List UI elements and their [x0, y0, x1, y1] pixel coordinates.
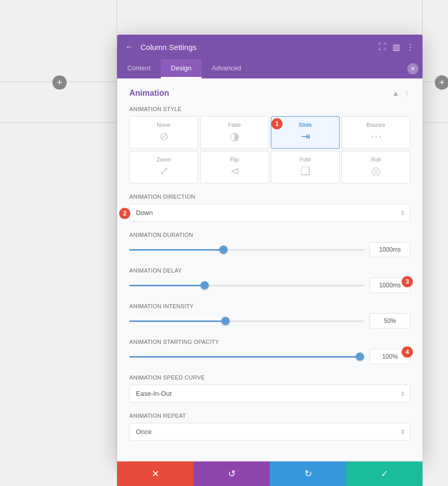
animation-delay-row: 1000ms [129, 278, 410, 293]
tab-bar: Content Design Advanced ✕ [117, 59, 423, 78]
speed-curve-select-wrapper: Ease Ease-In Ease-Out Ease-In-Out Linear… [129, 385, 410, 402]
anim-none[interactable]: None ⊘ [129, 116, 198, 149]
animation-style-field: Animation Style None ⊘ Fade ◑ Slide ⇥ Bo… [129, 106, 410, 183]
animation-intensity-slider-container[interactable] [129, 316, 365, 326]
tab-design[interactable]: Design [161, 59, 202, 78]
animation-intensity-value[interactable]: 50% [370, 313, 410, 329]
modal-title: Column Settings [141, 43, 197, 51]
animation-delay-label: Animation Delay [129, 267, 410, 274]
animation-opacity-slider-container[interactable] [129, 352, 365, 362]
animation-repeat-label: Animation Repeat [129, 413, 410, 419]
save-button[interactable]: ✓ [346, 462, 423, 486]
opacity-track [129, 356, 365, 358]
animation-intensity-field: Animation Intensity 50% [129, 303, 410, 329]
anim-bounce[interactable]: Bounce ⋯ [342, 116, 410, 149]
cancel-button[interactable]: ✕ [117, 462, 193, 486]
animation-repeat-select[interactable]: Once Loop Infinite [129, 423, 410, 441]
animation-delay-field: Animation Delay 1000ms [129, 267, 410, 293]
flip-icon: ⊲ [230, 165, 239, 178]
badge-2: 2 [119, 208, 130, 219]
animation-intensity-row: 50% [129, 313, 410, 329]
animation-direction-select-wrapper: Down Up Left Right Center ⇕ [129, 204, 410, 222]
badge-1: 1 [271, 118, 283, 129]
tab-content[interactable]: Content [117, 59, 161, 78]
intensity-track [129, 320, 365, 322]
collapse-icon[interactable]: ▲ [392, 89, 399, 97]
animation-repeat-field: Animation Repeat Once Loop Infinite ⇕ [129, 413, 410, 441]
none-icon: ⊘ [159, 130, 169, 143]
intensity-thumb[interactable] [221, 317, 230, 325]
more-icon[interactable]: ⋮ [406, 42, 414, 52]
fullscreen-icon[interactable]: ⛶ [378, 42, 386, 51]
section-controls: ▲ ⋮ [392, 89, 410, 97]
undo-button[interactable]: ↺ [193, 462, 270, 486]
tab-advanced[interactable]: Advanced [202, 59, 251, 78]
animation-duration-value[interactable]: 1000ms [370, 242, 410, 257]
duration-thumb[interactable] [219, 246, 228, 254]
intensity-fill [129, 320, 226, 322]
anim-fold[interactable]: Fold ❑ [271, 151, 340, 183]
anim-zoom[interactable]: Zoom ⤢ [129, 151, 198, 183]
animation-speed-curve-label: Animation Speed Curve [129, 374, 410, 381]
badge-4: 4 [402, 346, 413, 358]
animation-duration-row: 1000ms [129, 242, 410, 257]
animation-delay-slider-container[interactable] [129, 280, 365, 290]
animation-speed-curve-select[interactable]: Ease Ease-In Ease-Out Ease-In-Out Linear [129, 385, 410, 402]
animation-opacity-label: Animation Starting Opacity [129, 339, 410, 345]
left-add-button[interactable]: + [52, 75, 67, 90]
repeat-select-wrapper: Once Loop Infinite ⇕ [129, 423, 410, 441]
bounce-icon: ⋯ [371, 130, 382, 143]
delay-fill [129, 285, 205, 286]
animation-duration-slider-container[interactable] [129, 245, 365, 255]
anim-flip[interactable]: Flip ⊲ [200, 151, 269, 183]
animation-opacity-field: Animation Starting Opacity 100% [129, 339, 410, 364]
badge-3: 3 [402, 276, 413, 287]
modal-content: Animation ▲ ⋮ Animation Style None ⊘ Fad… [117, 78, 423, 461]
delay-track [129, 285, 365, 286]
animation-intensity-label: Animation Intensity [129, 303, 410, 309]
animation-section-header: Animation ▲ ⋮ [129, 89, 410, 98]
action-bar: ✕ ↺ ↻ ✓ [117, 462, 423, 486]
columns-icon[interactable]: ▥ [393, 42, 400, 52]
back-button[interactable]: ← [125, 42, 133, 51]
duration-fill [129, 249, 223, 251]
anim-roll[interactable]: Roll ◎ [342, 151, 410, 183]
section-more-icon[interactable]: ⋮ [403, 89, 410, 97]
delay-thumb[interactable] [201, 281, 209, 289]
modal-header: ← Column Settings ⛶ ▥ ⋮ [117, 35, 423, 59]
animation-direction-field: Animation Direction Down Up Left Right C… [129, 194, 410, 222]
section-title: Animation [129, 89, 169, 98]
animation-opacity-row: 100% [129, 349, 410, 364]
duration-track [129, 249, 365, 251]
animation-direction-label: Animation Direction [129, 194, 410, 200]
anim-fade[interactable]: Fade ◑ [200, 116, 269, 149]
opacity-thumb[interactable] [356, 353, 364, 361]
animation-duration-field: Animation Duration 1000ms [129, 232, 410, 257]
roll-icon: ◎ [371, 165, 381, 178]
tab-close-area: ✕ [407, 59, 423, 78]
animation-speed-curve-field: Animation Speed Curve Ease Ease-In Ease-… [129, 374, 410, 402]
close-button[interactable]: ✕ [407, 63, 418, 74]
animation-duration-label: Animation Duration [129, 232, 410, 238]
fold-icon: ❑ [300, 165, 311, 178]
right-add-button[interactable]: + [435, 75, 448, 90]
header-icons: ⛶ ▥ ⋮ [378, 42, 414, 52]
zoom-icon: ⤢ [159, 165, 169, 178]
redo-button[interactable]: ↻ [270, 462, 346, 486]
fade-icon: ◑ [230, 130, 239, 143]
slide-icon: ⇥ [301, 130, 310, 143]
animation-style-label: Animation Style [129, 106, 410, 112]
opacity-fill [129, 356, 360, 358]
column-settings-modal: ← Column Settings ⛶ ▥ ⋮ Content Design A… [117, 35, 423, 461]
animation-direction-select[interactable]: Down Up Left Right Center [129, 204, 410, 222]
animation-style-grid: None ⊘ Fade ◑ Slide ⇥ Bounce ⋯ Zoom ⤢ [129, 116, 410, 183]
